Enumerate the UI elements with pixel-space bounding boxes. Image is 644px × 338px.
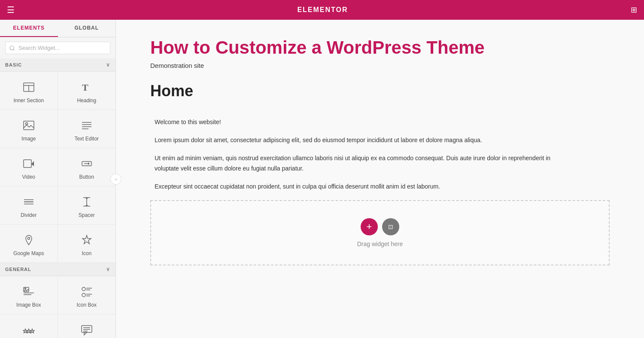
sidebar-search [0, 37, 115, 58]
basic-widget-grid: Inner Section T Heading Image [0, 71, 115, 263]
widget-label-image: Image [21, 136, 36, 142]
elementor-logo: elementor [297, 6, 348, 14]
widget-image-box[interactable]: Image Box [0, 276, 58, 314]
text-editor-icon [79, 118, 94, 133]
widget-label-divider: Divider [21, 212, 36, 218]
section-label-general: GENERAL [5, 267, 31, 272]
widget-divider[interactable]: Divider [0, 186, 58, 225]
widget-google-maps[interactable]: Google Maps [0, 225, 58, 263]
widget-button[interactable]: Button [58, 148, 116, 186]
svg-rect-10 [24, 160, 31, 167]
widget-label-spacer: Spacer [79, 212, 95, 218]
svg-marker-14 [88, 162, 90, 165]
widget-handle-button[interactable]: ⊡ [382, 218, 399, 235]
widget-icon-box[interactable]: Icon Box [58, 276, 116, 314]
google-maps-icon [21, 232, 36, 248]
section-label-basic: BASIC [5, 62, 22, 67]
site-subtitle: Demonstration site [150, 62, 610, 69]
testimonial-icon [79, 322, 94, 338]
top-bar: ☰ elementor ⊞ [0, 0, 644, 20]
drop-zone-label: Drag widget here [357, 241, 403, 247]
search-input[interactable] [5, 42, 110, 54]
widget-label-image-box: Image Box [16, 302, 41, 308]
site-header: How to Customize a WordPress Theme Demon… [150, 37, 610, 69]
sidebar-wrapper: Elements Global BASIC ∨ [0, 20, 116, 338]
widget-label-text-editor: Text Editor [74, 136, 99, 142]
chevron-down-icon: ∨ [106, 62, 110, 68]
sidebar-collapse-button[interactable]: ‹ [110, 174, 122, 185]
drop-zone-buttons: + ⊡ [361, 218, 399, 235]
widget-spacer[interactable]: Spacer [58, 186, 116, 225]
paragraph-4: Excepteur sint occaecat cupidatat non pr… [155, 182, 575, 192]
inner-section-icon [21, 79, 36, 95]
page-heading: Home [150, 82, 610, 104]
widget-star-rating[interactable]: Star Rating [0, 314, 58, 338]
widgets-area: BASIC ∨ Inner Section T Heading [0, 58, 115, 338]
sidebar: Elements Global BASIC ∨ [0, 20, 116, 338]
section-header-general[interactable]: GENERAL ∨ [0, 263, 115, 276]
site-title: How to Customize a WordPress Theme [150, 37, 610, 58]
widget-label-heading: Heading [77, 97, 96, 104]
star-rating-icon [21, 322, 36, 338]
chevron-down-icon-general: ∨ [106, 266, 110, 272]
tab-global[interactable]: Global [58, 20, 116, 37]
widget-heading[interactable]: T Heading [58, 72, 116, 110]
widget-label-icon: Icon [82, 250, 91, 256]
button-icon [79, 156, 94, 171]
svg-point-28 [82, 287, 85, 291]
add-widget-button[interactable]: + [361, 218, 378, 235]
svg-point-5 [25, 123, 27, 125]
icon-icon [79, 232, 94, 248]
svg-point-25 [24, 288, 26, 289]
general-widget-grid: Image Box Icon Box [0, 276, 115, 338]
paragraph-2: Lorem ipsum dolor sit amet, consectetur … [155, 135, 575, 146]
grid-icon[interactable]: ⊞ [631, 5, 637, 15]
video-icon [21, 156, 36, 171]
widget-inner-section[interactable]: Inner Section [0, 72, 58, 110]
paragraph-1: Welcome to this website! [155, 117, 575, 128]
image-box-icon [21, 284, 36, 299]
divider-icon [21, 194, 36, 210]
widget-icon[interactable]: Icon [58, 225, 116, 263]
section-header-basic[interactable]: BASIC ∨ [0, 58, 115, 71]
svg-text:T: T [82, 82, 88, 93]
widget-text-editor[interactable]: Text Editor [58, 110, 116, 148]
widget-label-button: Button [79, 174, 94, 180]
svg-marker-22 [85, 204, 88, 206]
widget-label-icon-box: Icon Box [76, 302, 97, 308]
widget-image[interactable]: Image [0, 110, 58, 148]
widget-video[interactable]: Video [0, 148, 58, 186]
svg-rect-4 [24, 121, 34, 130]
widget-label-inner-section: Inner Section [13, 97, 44, 104]
widget-label-video: Video [22, 174, 35, 180]
content-area: How to Customize a WordPress Theme Demon… [116, 20, 644, 338]
widget-testimonial[interactable]: Testimonial [58, 314, 116, 338]
image-icon [21, 118, 36, 133]
svg-point-23 [27, 238, 30, 240]
hamburger-icon[interactable]: ☰ [7, 5, 15, 15]
spacer-icon [79, 194, 94, 210]
sidebar-tabs: Elements Global [0, 20, 115, 37]
widget-label-google-maps: Google Maps [13, 250, 44, 256]
tab-elements[interactable]: Elements [0, 20, 58, 37]
svg-marker-35 [84, 332, 87, 335]
main-layout: Elements Global BASIC ∨ [0, 20, 644, 338]
drop-zone: + ⊡ Drag widget here [150, 200, 610, 265]
icon-box-icon [79, 284, 94, 299]
heading-icon: T [79, 79, 94, 95]
svg-marker-11 [31, 161, 34, 166]
svg-point-33 [82, 293, 85, 297]
content-body: Welcome to this website! Lorem ipsum dol… [150, 117, 580, 192]
paragraph-3: Ut enim ad minim veniam, quis nostrud ex… [155, 153, 575, 174]
svg-marker-21 [85, 198, 88, 199]
